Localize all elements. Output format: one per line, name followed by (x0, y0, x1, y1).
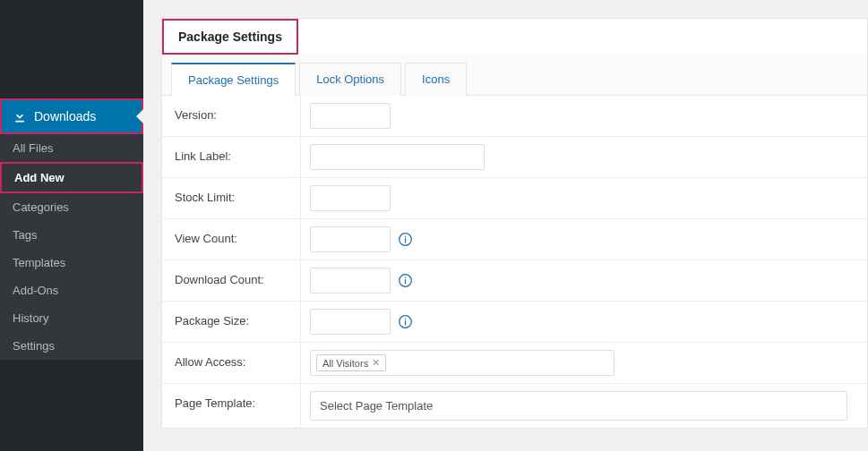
tab-lock-options[interactable]: Lock Options (299, 63, 401, 96)
sidebar-item-tags[interactable]: Tags (0, 221, 143, 249)
chip-label: All Visitors (322, 358, 368, 369)
download-icon (13, 109, 27, 123)
row-page-template: Page Template: Select Page Template (162, 384, 867, 428)
label-package-size: Package Size: (162, 302, 301, 342)
input-stock-limit[interactable] (310, 185, 391, 211)
main-content: Package Settings Package Settings Lock O… (143, 0, 868, 451)
panel-header: Package Settings (161, 18, 868, 55)
sidebar-item-history[interactable]: History (0, 304, 143, 332)
input-allow-access[interactable]: All Visitors ✕ (310, 350, 614, 376)
sidebar-item-settings[interactable]: Settings (0, 332, 143, 360)
label-link-label: Link Label: (162, 137, 301, 177)
label-stock-limit: Stock Limit: (162, 178, 301, 218)
sidebar-item-all-files[interactable]: All Files (0, 134, 143, 162)
sidebar-item-categories[interactable]: Categories (0, 193, 143, 221)
info-icon[interactable] (398, 314, 413, 329)
sidebar-item-add-new[interactable]: Add New (0, 162, 143, 193)
label-page-template: Page Template: (162, 384, 301, 428)
sidebar-item-downloads[interactable]: Downloads (0, 98, 143, 134)
label-version: Version: (162, 96, 301, 136)
row-link-label: Link Label: (162, 137, 867, 178)
select-page-template[interactable]: Select Page Template (310, 391, 847, 421)
row-download-count: Download Count: (162, 260, 867, 302)
row-view-count: View Count: (162, 219, 867, 260)
settings-form: Version: Link Label: Stock Limit: View C… (161, 96, 868, 429)
sidebar-item-add-ons[interactable]: Add-Ons (0, 277, 143, 304)
input-version[interactable] (310, 103, 391, 129)
row-stock-limit: Stock Limit: (162, 178, 867, 219)
remove-chip-icon[interactable]: ✕ (372, 357, 380, 369)
sidebar-main-label: Downloads (34, 109, 96, 123)
chip-all-visitors: All Visitors ✕ (316, 354, 386, 371)
row-allow-access: Allow Access: All Visitors ✕ (162, 343, 867, 384)
info-icon[interactable] (398, 232, 413, 247)
admin-sidebar: Downloads All Files Add New Categories T… (0, 0, 143, 451)
input-link-label[interactable] (310, 144, 485, 170)
input-view-count[interactable] (310, 226, 391, 252)
info-icon[interactable] (398, 273, 413, 288)
row-package-size: Package Size: (162, 302, 867, 343)
input-package-size[interactable] (310, 309, 391, 335)
tab-package-settings[interactable]: Package Settings (171, 63, 296, 96)
input-download-count[interactable] (310, 268, 391, 294)
label-download-count: Download Count: (162, 260, 301, 301)
sidebar-submenu: All Files Add New Categories Tags Templa… (0, 134, 143, 360)
tabs-container: Package Settings Lock Options Icons (161, 55, 868, 96)
label-view-count: View Count: (162, 219, 301, 260)
tab-icons[interactable]: Icons (405, 63, 467, 96)
label-allow-access: Allow Access: (162, 343, 301, 383)
sidebar-item-templates[interactable]: Templates (0, 249, 143, 277)
row-version: Version: (162, 96, 867, 137)
panel-title: Package Settings (162, 19, 298, 55)
active-arrow-icon (136, 109, 143, 123)
